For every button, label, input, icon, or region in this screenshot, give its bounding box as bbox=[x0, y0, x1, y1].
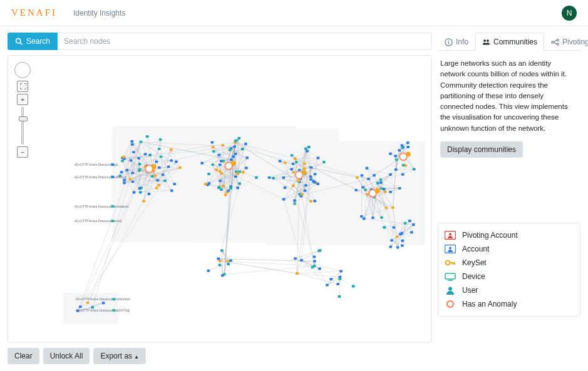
svg-rect-709 bbox=[279, 160, 282, 163]
display-communities-button[interactable]: Display communities bbox=[440, 141, 523, 158]
network-graph[interactable]: AD+DTTP Active Directory/keyjsAD+DTTP Ac… bbox=[8, 56, 431, 337]
svg-rect-777 bbox=[219, 260, 222, 262]
svg-line-554 bbox=[301, 260, 327, 285]
svg-rect-765 bbox=[401, 245, 404, 247]
svg-rect-702 bbox=[272, 177, 275, 180]
svg-point-815 bbox=[302, 170, 307, 175]
pivoting-account-icon bbox=[445, 231, 456, 240]
svg-rect-740 bbox=[383, 188, 386, 190]
svg-rect-750 bbox=[395, 158, 398, 161]
svg-rect-778 bbox=[217, 257, 220, 260]
svg-rect-761 bbox=[406, 146, 410, 148]
svg-rect-773 bbox=[396, 236, 399, 238]
svg-rect-731 bbox=[361, 174, 364, 176]
svg-rect-685 bbox=[293, 200, 296, 202]
svg-rect-592 bbox=[139, 191, 142, 193]
svg-rect-736 bbox=[384, 206, 388, 209]
svg-rect-570 bbox=[170, 148, 173, 151]
svg-rect-689 bbox=[303, 163, 306, 165]
svg-rect-753 bbox=[401, 173, 405, 176]
svg-rect-703 bbox=[304, 184, 307, 186]
svg-rect-672 bbox=[234, 153, 237, 155]
search-button[interactable]: Search bbox=[8, 33, 58, 50]
tab-info[interactable]: Info bbox=[438, 33, 475, 51]
svg-rect-821 bbox=[111, 163, 114, 166]
svg-line-472 bbox=[296, 258, 313, 267]
svg-rect-649 bbox=[200, 162, 204, 165]
svg-rect-800 bbox=[339, 270, 343, 272]
svg-rect-650 bbox=[219, 170, 222, 173]
svg-rect-666 bbox=[234, 140, 237, 142]
tab-pivoting[interactable]: Pivoting bbox=[544, 33, 588, 51]
svg-rect-635 bbox=[242, 171, 245, 173]
svg-rect-796 bbox=[318, 267, 321, 270]
svg-rect-771 bbox=[410, 231, 413, 233]
svg-rect-576 bbox=[146, 135, 149, 138]
clear-button[interactable]: Clear bbox=[8, 348, 39, 364]
svg-rect-595 bbox=[160, 156, 163, 158]
caret-up-icon: ▲ bbox=[134, 354, 139, 360]
svg-rect-637 bbox=[244, 143, 247, 145]
svg-rect-762 bbox=[398, 149, 401, 151]
svg-rect-732 bbox=[384, 190, 387, 193]
svg-line-553 bbox=[314, 262, 327, 285]
svg-rect-594 bbox=[123, 181, 126, 184]
svg-rect-619 bbox=[173, 183, 176, 185]
svg-rect-825 bbox=[111, 205, 114, 208]
svg-rect-598 bbox=[138, 187, 142, 190]
svg-rect-629 bbox=[233, 145, 236, 148]
svg-rect-710 bbox=[306, 150, 309, 153]
svg-rect-798 bbox=[326, 284, 329, 287]
svg-rect-665 bbox=[236, 186, 239, 189]
svg-rect-673 bbox=[204, 183, 207, 185]
info-icon bbox=[445, 38, 453, 46]
svg-rect-678 bbox=[284, 161, 287, 164]
svg-rect-758 bbox=[402, 164, 405, 166]
svg-rect-585 bbox=[170, 190, 173, 192]
svg-rect-724 bbox=[391, 206, 395, 209]
svg-rect-611 bbox=[163, 180, 167, 182]
svg-rect-706 bbox=[297, 180, 300, 182]
user-avatar[interactable]: N bbox=[562, 6, 577, 21]
svg-rect-676 bbox=[294, 158, 297, 160]
svg-rect-662 bbox=[217, 186, 220, 189]
tab-info-label: Info bbox=[456, 38, 468, 46]
svg-rect-792 bbox=[319, 249, 322, 252]
search-bar: Search bbox=[8, 33, 431, 50]
svg-rect-580 bbox=[157, 184, 160, 186]
svg-rect-631 bbox=[218, 154, 221, 156]
svg-rect-623 bbox=[158, 148, 161, 150]
legend-keyset: KeySet bbox=[445, 256, 574, 270]
graph-canvas[interactable]: ⛶ + − AD+DTTP Active Directory/keyjsAD+D… bbox=[8, 55, 431, 343]
svg-rect-717 bbox=[304, 148, 307, 150]
svg-rect-588 bbox=[133, 191, 136, 194]
svg-rect-746 bbox=[380, 216, 383, 219]
svg-rect-612 bbox=[148, 154, 152, 156]
svg-rect-768 bbox=[383, 226, 386, 229]
side-tabs: Info Communities Pivoting bbox=[438, 33, 580, 51]
svg-point-838 bbox=[557, 39, 559, 41]
svg-rect-705 bbox=[292, 163, 295, 165]
svg-rect-774 bbox=[408, 220, 411, 222]
export-button[interactable]: Export as▲ bbox=[93, 348, 146, 364]
svg-rect-790 bbox=[313, 260, 316, 263]
svg-rect-775 bbox=[389, 245, 392, 248]
search-input[interactable] bbox=[58, 33, 431, 50]
svg-line-492 bbox=[339, 271, 341, 297]
svg-rect-718 bbox=[304, 190, 307, 192]
svg-rect-687 bbox=[284, 186, 287, 189]
svg-rect-737 bbox=[398, 187, 401, 190]
tab-communities[interactable]: Communities bbox=[475, 33, 544, 51]
svg-rect-739 bbox=[380, 187, 383, 190]
pivoting-icon bbox=[551, 38, 559, 46]
svg-rect-711 bbox=[291, 154, 294, 156]
svg-point-0 bbox=[16, 38, 21, 43]
svg-rect-767 bbox=[396, 246, 400, 249]
unlock-all-button[interactable]: Unlock All bbox=[43, 348, 90, 364]
svg-rect-638 bbox=[245, 167, 248, 170]
svg-text:AD+DTTP Active Directory/paulM: AD+DTTP Active Directory/paulMitford bbox=[75, 176, 126, 179]
svg-rect-806 bbox=[102, 302, 105, 304]
svg-point-835 bbox=[483, 39, 486, 42]
svg-rect-729 bbox=[389, 173, 392, 176]
svg-rect-807 bbox=[79, 305, 82, 308]
